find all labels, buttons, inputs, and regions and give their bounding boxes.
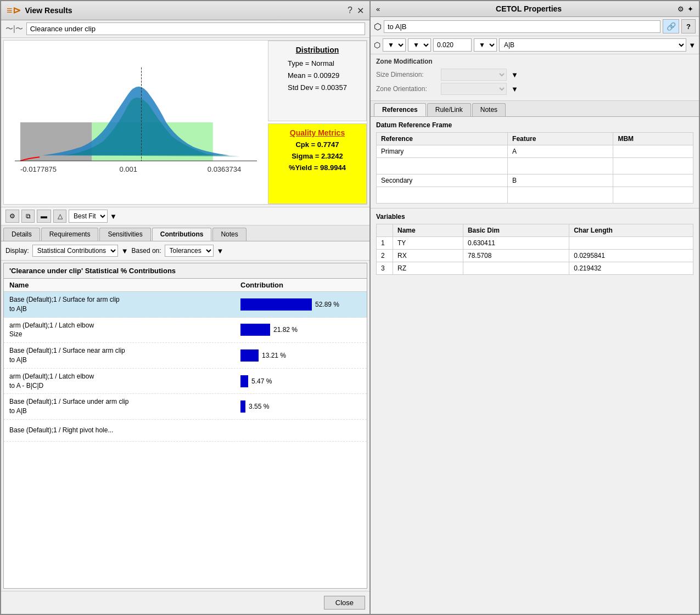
dropdown-arrow-icon2: ▼ — [121, 247, 128, 255]
based-on-select[interactable]: Tolerances — [165, 245, 214, 257]
contrib-row[interactable]: arm (Default);1 / Latch elbowto A - B|C|… — [4, 369, 367, 394]
variables-section: Variables Name Basic Dim Char Length 1 T… — [371, 208, 699, 614]
var-col-basicdim: Basic Dim — [463, 224, 569, 237]
dist-stddev: Std Dev = 0.00357 — [288, 82, 347, 94]
fit-select[interactable]: Best Fit — [69, 210, 108, 223]
svg-text:-0.0177875: -0.0177875 — [20, 165, 57, 173]
shape-icon: ⬡ — [374, 21, 382, 32]
contrib-row[interactable]: Base (Default);1 / Right pivot hole... — [4, 420, 367, 442]
left-tabs-bar: Details Requirements Sensitivities Contr… — [1, 225, 369, 241]
datum-col-feature: Feature — [508, 133, 613, 145]
dim-suffix-select[interactable]: ▼ — [474, 38, 497, 52]
dim-type-select[interactable]: ▼ — [383, 38, 406, 52]
dist-mean: Mean = 0.00929 — [288, 70, 347, 82]
datum-reference: Primary — [377, 145, 508, 158]
contrib-row[interactable]: Base (Default);1 / Surface for arm clipt… — [4, 292, 367, 318]
contrib-row[interactable]: arm (Default);1 / Latch elbowSize 21.82 … — [4, 318, 367, 343]
line-chart-btn[interactable]: △ — [53, 210, 66, 223]
contrib-bar-area: 21.82 % — [240, 324, 361, 336]
size-dimension-row: Size Dimension: ▼ — [376, 69, 693, 81]
tolerance-name-input[interactable] — [384, 20, 660, 33]
datum-row: Primary A — [377, 145, 693, 158]
result-name-input[interactable] — [26, 22, 365, 35]
dim-modifier-select[interactable]: ▼ — [408, 38, 431, 52]
contrib-bar — [240, 298, 312, 311]
tab-requirements[interactable]: Requirements — [41, 228, 99, 241]
bar-chart-btn[interactable]: ▬ — [37, 210, 51, 223]
datum-feature: B — [508, 174, 613, 187]
display-controls: Display: Statistical Contributions ▼ Bas… — [1, 241, 369, 261]
var-col-name: Name — [393, 224, 463, 237]
name-bar: 〜|〜 — [1, 20, 369, 38]
contrib-bar — [240, 324, 270, 336]
dropdown-arrow-icon: ▼ — [110, 212, 117, 221]
svg-text:0.001: 0.001 — [119, 165, 137, 173]
cetol-title-bar: « CETOL Properties ⚙ ✦ — [371, 1, 699, 17]
display-type-select[interactable]: Statistical Contributions — [32, 245, 118, 257]
distribution-box: Distribution Type = Normal Mean = 0.0092… — [268, 41, 367, 121]
close-button[interactable]: Close — [324, 596, 365, 610]
title-bar: ≡⊳ View Results ? ✕ — [1, 1, 369, 20]
right-tab-references[interactable]: References — [374, 103, 426, 116]
window-title: View Results — [25, 6, 344, 15]
col-name-header: Name — [9, 281, 240, 289]
datum-reference: Secondary — [377, 174, 508, 187]
size-dimension-select[interactable] — [441, 69, 507, 81]
help-button-right[interactable]: ? — [681, 19, 696, 33]
contributions-body[interactable]: Base (Default);1 / Surface for arm clipt… — [4, 292, 367, 588]
right-tab-notes[interactable]: Notes — [472, 103, 506, 116]
var-num: 2 — [377, 250, 393, 262]
datum-col-reference: Reference — [377, 133, 508, 145]
left-panel: ≡⊳ View Results ? ✕ 〜|〜 — [0, 0, 371, 615]
contrib-pct: 5.47 % — [251, 377, 272, 385]
dim-reference-select[interactable]: A|B — [499, 38, 686, 52]
link-button[interactable]: 🔗 — [663, 19, 679, 33]
var-num: 3 — [377, 262, 393, 275]
var-basicdim — [463, 262, 569, 275]
display-label: Display: — [5, 247, 29, 255]
cetol-collapse-icon[interactable]: « — [376, 5, 380, 13]
dist-type: Type = Normal — [288, 58, 347, 70]
copy-toolbar-btn[interactable]: ⧉ — [21, 210, 35, 223]
contrib-bar — [240, 349, 259, 362]
datum-spacer-row — [377, 158, 693, 174]
dim-value-input[interactable] — [433, 38, 472, 52]
datum-feature: A — [508, 145, 613, 158]
contrib-name: arm (Default);1 / Latch elbowto A - B|C|… — [9, 372, 240, 391]
zone-orientation-label: Zone Orientation: — [376, 85, 436, 93]
cetol-dim-bar: ⬡ ▼ ▼ ▼ A|B ▼ — [371, 36, 699, 54]
datum-title: Datum Reference Frame — [376, 121, 693, 129]
contributions-section: 'Clearance under clip' Statistical % Con… — [3, 263, 367, 589]
settings-toolbar-btn[interactable]: ⚙ — [5, 210, 19, 223]
contributions-column-headers: Name Contribution — [4, 279, 367, 292]
right-tab-rulelink[interactable]: Rule/Link — [427, 103, 471, 116]
var-col-charlength: Char Length — [569, 224, 693, 237]
quality-values: Cpk = 0.7747 Sigma = 2.3242 %Yield = 98.… — [289, 139, 346, 173]
contrib-row[interactable]: Base (Default);1 / Surface under arm cli… — [4, 394, 367, 420]
quality-title: Quality Metrics — [290, 128, 345, 137]
close-window-button[interactable]: ✕ — [357, 5, 364, 16]
contrib-row[interactable]: Base (Default);1 / Surface near arm clip… — [4, 343, 367, 369]
tab-details[interactable]: Details — [3, 228, 40, 241]
tab-contributions[interactable]: Contributions — [152, 228, 212, 241]
tab-sensitivities[interactable]: Sensitivities — [99, 228, 150, 241]
datum-spacer-row — [377, 187, 693, 204]
pin-icon[interactable]: ✦ — [687, 5, 693, 13]
datum-mbm — [613, 145, 693, 158]
help-button[interactable]: ? — [348, 5, 352, 15]
variable-row: 2 RX 78.5708 0.0295841 — [377, 250, 693, 262]
contrib-bar-area: 13.21 % — [240, 349, 361, 362]
variables-table: Name Basic Dim Char Length 1 TY 0.630411… — [376, 224, 693, 275]
variable-row: 1 TY 0.630411 — [377, 237, 693, 250]
variable-row: 3 RZ 0.219432 — [377, 262, 693, 275]
zone-orientation-row: Zone Orientation: ▼ — [376, 83, 693, 95]
chart-toolbar: ⚙ ⧉ ▬ △ Best Fit ▼ — [1, 207, 369, 225]
datum-section: Datum Reference Frame Reference Feature … — [371, 117, 699, 208]
tab-notes[interactable]: Notes — [212, 228, 246, 241]
contrib-bar — [240, 375, 248, 387]
zone-orientation-select[interactable] — [441, 83, 507, 95]
settings-icon[interactable]: ⚙ — [677, 5, 684, 13]
cpk-value: Cpk = 0.7747 — [289, 139, 346, 151]
dim-dropdown-arrow: ▼ — [688, 41, 696, 49]
contrib-bar-area: 52.89 % — [240, 298, 361, 311]
